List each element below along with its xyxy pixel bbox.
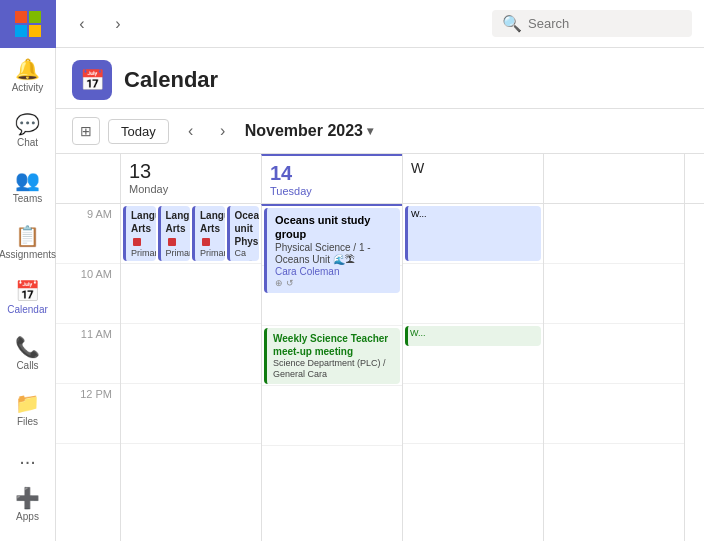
event-lang-arts-2[interactable]: Language Arts Primary Ca ⊕ ↺ (158, 206, 191, 261)
more-apps-button[interactable]: ... (0, 438, 56, 478)
day-headers: 13 Monday 14 Tuesday W (56, 154, 704, 204)
calendar-toolbar: ⊞ Today ‹ › November 2023 ▾ (56, 109, 704, 154)
calendar-icon: 📅 (15, 281, 40, 301)
teams-icon: 👥 (15, 170, 40, 190)
tuesday-11am-slot: Weekly Science Teacher meet-up meeting S… (262, 326, 402, 386)
day-name-monday: Monday (129, 183, 253, 195)
day-header-tuesday: 14 Tuesday (261, 154, 402, 203)
monday-10am-slot (121, 264, 261, 324)
activity-icon: 🔔 (15, 59, 40, 79)
wed-10am-slot (403, 264, 543, 324)
wed-11am-slot: W... (403, 324, 543, 384)
svg-rect-3 (29, 25, 41, 37)
day-name-tuesday: Tuesday (270, 185, 394, 197)
add-apps-button[interactable]: ➕ Apps (0, 477, 56, 533)
tuesday-9am-slot: Oceans unit study group Physical Science… (262, 206, 402, 266)
gutter (56, 154, 120, 203)
sidebar-item-calendar[interactable]: 📅 Calendar (0, 270, 56, 326)
event-lang-arts-3[interactable]: Language Arts Primary Ca ⊕ ↺ (192, 206, 225, 261)
time-12pm: 12 PM (56, 384, 120, 444)
tuesday-11am-event: Weekly Science Teacher meet-up meeting S… (262, 326, 402, 386)
calendar-header: 📅 Calendar (56, 48, 704, 109)
day-header-wednesday: W (402, 154, 543, 203)
monday-12pm-slot (121, 384, 261, 444)
search-box[interactable]: 🔍 (492, 10, 692, 37)
back-button[interactable]: ‹ (68, 10, 96, 38)
calendar-grid: 13 Monday 14 Tuesday W 9 AM 10 AM 11 AM … (56, 154, 704, 541)
time-grid: 9 AM 10 AM 11 AM 12 PM Language Arts Pri… (56, 204, 704, 541)
calendar-app-icon: 📅 (72, 60, 112, 100)
sidebar: 🔔 Activity 💬 Chat 👥 Teams 📋 Assignments … (0, 0, 56, 541)
event-overflow[interactable]: W... (405, 206, 541, 261)
calendar-title: Calendar (124, 67, 218, 93)
grid-view-toggle[interactable]: ⊞ (72, 117, 100, 145)
svg-rect-2 (15, 25, 27, 37)
day-col-monday: Language Arts Primary Ca ⊕ ↺ Language Ar… (120, 204, 261, 541)
tuesday-10am-slot (262, 266, 402, 326)
files-icon: 📁 (15, 393, 40, 413)
sidebar-item-files[interactable]: 📁 Files (0, 382, 56, 438)
topbar: ‹ › 🔍 (56, 0, 704, 48)
forward-button[interactable]: › (104, 10, 132, 38)
time-11am: 11 AM (56, 324, 120, 384)
sidebar-item-teams[interactable]: 👥 Teams (0, 159, 56, 215)
time-10am: 10 AM (56, 264, 120, 324)
monday-9am-events: Language Arts Primary Ca ⊕ ↺ Language Ar… (121, 204, 261, 263)
chat-icon: 💬 (15, 114, 40, 134)
time-column: 9 AM 10 AM 11 AM 12 PM (56, 204, 120, 541)
time-9am: 9 AM (56, 204, 120, 264)
prev-month-button[interactable]: ‹ (177, 117, 205, 145)
event-oceans-unit[interactable]: Oceans unit Physical Ca ⊕ ↺ (227, 206, 260, 261)
add-icon: ➕ (15, 488, 40, 508)
day-number-tuesday: 14 (270, 162, 394, 185)
monday-9am-slot: Language Arts Primary Ca ⊕ ↺ Language Ar… (121, 204, 261, 264)
day-header-monday: 13 Monday (120, 154, 261, 203)
search-icon: 🔍 (502, 14, 522, 33)
event-meeting-overflow[interactable]: W... (405, 326, 541, 346)
svg-rect-0 (15, 11, 27, 23)
day-col-wednesday: W... W... (402, 204, 543, 541)
scroll-gutter (684, 154, 704, 203)
scroll-gutter-body (684, 204, 704, 541)
month-expand-icon: ▾ (367, 124, 373, 138)
svg-rect-1 (29, 11, 41, 23)
app-logo (0, 0, 56, 48)
search-input[interactable] (528, 16, 682, 31)
sidebar-item-chat[interactable]: 💬 Chat (0, 103, 56, 159)
wed-12pm-slot (403, 384, 543, 444)
calls-icon: 📞 (15, 337, 40, 357)
next-month-button[interactable]: › (209, 117, 237, 145)
day-col-extra (543, 204, 684, 541)
event-weekly-meeting[interactable]: Weekly Science Teacher meet-up meeting S… (264, 328, 400, 384)
wed-9am-slot: W... (403, 204, 543, 264)
sidebar-item-calls[interactable]: 📞 Calls (0, 326, 56, 382)
day-header-overflow (543, 154, 684, 203)
assignments-icon: 📋 (15, 226, 40, 246)
tuesday-12pm-slot (262, 386, 402, 446)
today-button[interactable]: Today (108, 119, 169, 144)
day-number-monday: 13 (129, 160, 253, 183)
day-col-tuesday: Oceans unit study group Physical Science… (261, 204, 402, 541)
sidebar-item-assignments[interactable]: 📋 Assignments (0, 215, 56, 271)
month-navigation: ‹ › (177, 117, 237, 145)
monday-11am-slot (121, 324, 261, 384)
sidebar-item-activity[interactable]: 🔔 Activity (0, 48, 56, 104)
event-lang-arts-1[interactable]: Language Arts Primary Ca ⊕ ↺ (123, 206, 156, 261)
day-number-wednesday: W (411, 160, 535, 176)
main-content: ‹ › 🔍 📅 Calendar ⊞ Today ‹ › November 20… (56, 0, 704, 541)
month-label[interactable]: November 2023 ▾ (245, 122, 373, 140)
